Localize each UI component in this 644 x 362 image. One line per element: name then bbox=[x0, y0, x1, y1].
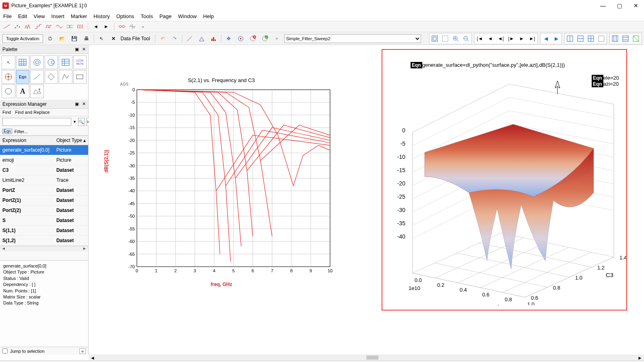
zoom-out-icon[interactable] bbox=[461, 34, 471, 43]
zoom-in-icon[interactable] bbox=[451, 34, 460, 43]
pointer-icon[interactable]: ↖ bbox=[97, 34, 106, 43]
chart-3d[interactable]: Eqngenerate_surface=dl_python("surface.p… bbox=[382, 49, 627, 311]
eye-trace-icon[interactable] bbox=[118, 22, 126, 31]
pan-right-icon[interactable]: ▶ bbox=[551, 34, 561, 43]
palette-equation[interactable]: Eqn bbox=[16, 70, 30, 84]
expr-eqn-badge[interactable]: Eqn bbox=[2, 129, 12, 134]
table-row[interactable]: LimitLine2Trace bbox=[0, 175, 88, 185]
palette-image[interactable] bbox=[30, 84, 44, 98]
table-row[interactable]: PortZDataset bbox=[0, 185, 88, 195]
chart-2d[interactable]: ADS S(2,1) vs. Frequency and C3 01234567… bbox=[109, 77, 334, 294]
trace-wave-icon[interactable] bbox=[55, 22, 64, 31]
enable-icon[interactable] bbox=[260, 34, 270, 43]
palette-text[interactable]: A bbox=[16, 84, 30, 98]
canvas-scroll-left-icon[interactable]: ◄ bbox=[90, 355, 95, 361]
trace-spectrum-icon[interactable] bbox=[23, 22, 32, 31]
datafile-tool-button[interactable]: Data File Tool bbox=[121, 36, 150, 41]
line-tool-icon[interactable] bbox=[185, 34, 194, 43]
palette-rect[interactable] bbox=[73, 70, 87, 84]
table-row[interactable]: generate_surface[0,0]Picture bbox=[0, 145, 88, 155]
table-row[interactable]: S(1,2)Dataset bbox=[0, 236, 88, 246]
expr-col-type[interactable]: Object Type ▴ bbox=[54, 136, 88, 145]
layout2-icon[interactable] bbox=[576, 34, 585, 43]
menu-file[interactable]: File bbox=[3, 13, 12, 19]
expr-find-tab[interactable]: Find bbox=[2, 110, 11, 115]
redo-icon[interactable]: ↷ bbox=[170, 34, 180, 43]
marker-tool-icon[interactable] bbox=[197, 34, 206, 43]
nav-next-icon[interactable]: ► bbox=[102, 22, 111, 31]
expr-table[interactable]: Expression Object Type ▴ generate_surfac… bbox=[0, 136, 88, 260]
menu-help[interactable]: Help bbox=[203, 13, 214, 19]
last-icon[interactable]: ►| bbox=[527, 34, 537, 43]
palette-close-icon[interactable]: ✕ bbox=[82, 47, 86, 52]
canvas-scroll-right-icon[interactable]: ► bbox=[638, 355, 642, 361]
grid3-icon[interactable] bbox=[631, 34, 641, 43]
overflow2-icon[interactable]: » bbox=[272, 34, 282, 43]
grid2-icon[interactable] bbox=[621, 34, 630, 43]
layout4-icon[interactable] bbox=[597, 34, 606, 43]
palette-antenna[interactable] bbox=[2, 70, 15, 84]
expr-col-expression[interactable]: Expression bbox=[0, 136, 54, 145]
delete-icon[interactable]: ✕ bbox=[109, 34, 118, 43]
print-icon[interactable]: 🖶 bbox=[82, 34, 91, 43]
pan-left-icon[interactable]: ◀ bbox=[541, 34, 551, 43]
palette-rect-grid[interactable] bbox=[16, 56, 30, 69]
expr-undock-icon[interactable]: ▣ bbox=[75, 101, 79, 107]
table-row[interactable]: emojiPicture bbox=[0, 155, 88, 165]
undo-icon[interactable]: ↶ bbox=[158, 34, 167, 43]
zoom-fit-icon[interactable] bbox=[430, 34, 440, 43]
menu-tools[interactable]: Tools bbox=[141, 13, 153, 19]
palette-line[interactable] bbox=[30, 70, 44, 84]
table-row[interactable]: SDataset bbox=[0, 216, 88, 226]
menu-view[interactable]: View bbox=[33, 13, 45, 19]
palette-undock-icon[interactable]: ▣ bbox=[75, 47, 79, 52]
trace-bus-icon[interactable] bbox=[65, 22, 74, 31]
constellation-icon[interactable] bbox=[128, 22, 137, 31]
expr-search-input[interactable] bbox=[2, 118, 71, 126]
histogram-icon[interactable] bbox=[209, 34, 219, 43]
trace-density-icon[interactable] bbox=[76, 22, 85, 31]
prev-icon[interactable]: ◄ bbox=[485, 34, 495, 43]
menu-options[interactable]: Options bbox=[116, 13, 134, 19]
menu-window[interactable]: Window bbox=[178, 13, 196, 19]
canvas-scroll-thumb[interactable] bbox=[366, 356, 378, 360]
next-icon[interactable]: ► bbox=[517, 34, 526, 43]
save-icon[interactable]: 💾 bbox=[70, 34, 79, 43]
step-back-icon[interactable]: ◄| bbox=[496, 34, 506, 43]
expr-close-icon[interactable]: ✕ bbox=[82, 101, 86, 107]
palette-pointer[interactable]: ↖ bbox=[2, 56, 15, 69]
target-icon[interactable] bbox=[236, 34, 246, 43]
table-row[interactable]: S(1,1)Dataset bbox=[0, 226, 88, 236]
palette-list[interactable] bbox=[59, 56, 72, 69]
zoom-area-icon[interactable] bbox=[440, 34, 450, 43]
expr-search-go-icon[interactable]: 🔍 bbox=[78, 118, 85, 126]
minimize-button[interactable]: — bbox=[600, 2, 606, 9]
step-fwd-icon[interactable]: |► bbox=[506, 34, 516, 43]
nav-prev-icon[interactable]: ◄ bbox=[91, 22, 100, 31]
table-row[interactable]: PortZ(2)Dataset bbox=[0, 206, 88, 216]
maximize-button[interactable]: ▢ bbox=[617, 2, 622, 9]
trace-linear-icon[interactable] bbox=[2, 22, 11, 31]
expr-filter-button[interactable]: Filter... bbox=[14, 129, 28, 134]
palette-poly[interactable] bbox=[59, 70, 72, 84]
menu-history[interactable]: History bbox=[93, 13, 109, 19]
move-icon[interactable]: ✥ bbox=[224, 34, 233, 43]
menu-page[interactable]: Page bbox=[159, 13, 171, 19]
disable-icon[interactable] bbox=[248, 34, 258, 43]
new-page-icon[interactable]: 🗋 bbox=[45, 34, 55, 43]
menu-insert[interactable]: Insert bbox=[51, 13, 64, 19]
dataset-select[interactable]: Simple_Filter_Sweep2 bbox=[284, 34, 421, 43]
expr-hscroll[interactable]: ◄► bbox=[0, 246, 88, 251]
palette-smith[interactable] bbox=[45, 56, 58, 69]
palette-polar[interactable] bbox=[30, 56, 44, 69]
menu-edit[interactable]: Edit bbox=[18, 13, 27, 19]
grid1-icon[interactable] bbox=[610, 34, 620, 43]
toggle-activation-button[interactable]: Toggle Activation bbox=[2, 34, 43, 43]
open-icon[interactable]: 📂 bbox=[58, 34, 67, 43]
first-icon[interactable]: |◄ bbox=[475, 34, 485, 43]
jump-checkbox[interactable] bbox=[2, 348, 8, 354]
overflow-icon[interactable]: » bbox=[138, 22, 147, 31]
trace-step-icon[interactable] bbox=[34, 22, 43, 31]
menu-marker[interactable]: Marker bbox=[71, 13, 87, 19]
expr-findrepl-tab[interactable]: Find and Replace bbox=[15, 110, 50, 115]
